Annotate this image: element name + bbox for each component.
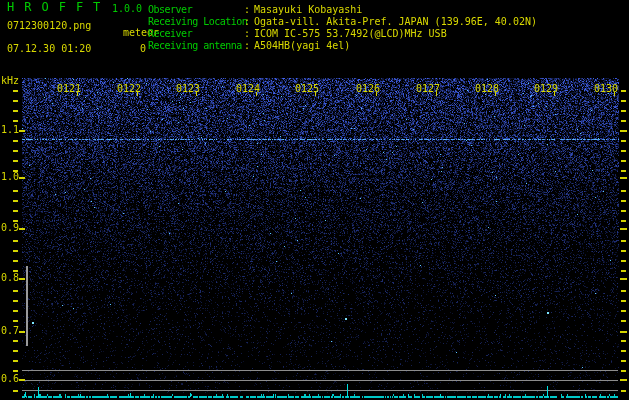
frequency-unit-label: kHz (1, 75, 19, 86)
station-row-separator: : (244, 28, 254, 40)
station-row-value: ICOM IC-575 53.7492(@LCD)MHz USB (254, 28, 447, 40)
file-name: 0712300120.png (7, 20, 91, 31)
time-axis-label: 0130 (594, 83, 618, 94)
station-row-value: A504HB(yagi 4el) (254, 40, 350, 52)
station-row-separator: : (244, 16, 254, 28)
station-row: Observer : Masayuki Kobayashi (148, 4, 626, 16)
station-row: Receiving Location : Ogata-vill. Akita-P… (148, 16, 626, 28)
time-axis-label: 0127 (416, 83, 440, 94)
station-row-value: Masayuki Kobayashi (254, 4, 362, 16)
time-axis-label: 0128 (475, 83, 499, 94)
time-axis-label: 0121 (57, 83, 81, 94)
hrofft-screen: HROFFT 1.0.0 0712300120.png meteor 07.12… (0, 0, 629, 400)
station-row-separator: : (244, 40, 254, 52)
time-axis-label: 0129 (534, 83, 558, 94)
station-row-label: Receiving Location (148, 16, 244, 28)
frequency-axis-label: 1.1 (1, 124, 19, 135)
frequency-axis-label: 0.8 (1, 272, 19, 283)
station-row-value: Ogata-vill. Akita-Pref. JAPAN (139.96E, … (254, 16, 537, 28)
frequency-axis-label: 0.7 (1, 325, 19, 336)
station-row-label: Observer (148, 4, 244, 16)
station-row-label: Receiving antenna (148, 40, 244, 52)
station-row: Receiving antenna : A504HB(yagi 4el) (148, 40, 626, 52)
station-info: Observer : Masayuki Kobayashi Receiving … (148, 4, 626, 52)
time-axis-label: 0125 (295, 83, 319, 94)
station-row: Receiver : ICOM IC-575 53.7492(@LCD)MHz … (148, 28, 626, 40)
app-version: 1.0.0 (112, 3, 142, 14)
app-title: HROFFT (7, 2, 110, 13)
frequency-axis-label: 1.0 (1, 171, 19, 182)
station-row-separator: : (244, 4, 254, 16)
time-axis-label: 0123 (176, 83, 200, 94)
station-row-label: Receiver (148, 28, 244, 40)
time-axis-label: 0122 (117, 83, 141, 94)
spectrogram-canvas (0, 0, 629, 400)
frequency-axis-label: 0.9 (1, 222, 19, 233)
time-axis-label: 0124 (236, 83, 260, 94)
frequency-axis-label: 0.6 (1, 373, 19, 384)
meteor-count: 0 (140, 43, 146, 54)
timestamp: 07.12.30 01:20 (7, 43, 91, 54)
time-axis-label: 0126 (356, 83, 380, 94)
